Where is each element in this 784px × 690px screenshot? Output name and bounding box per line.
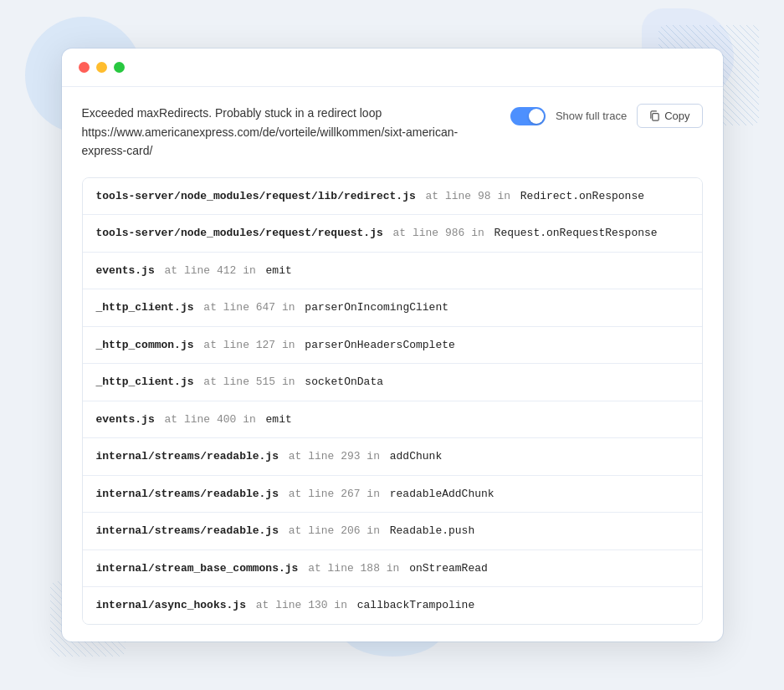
copy-icon xyxy=(649,110,660,121)
trace-function: emit xyxy=(259,263,292,279)
table-row: internal/streams/readable.js at line 293… xyxy=(83,438,702,476)
table-row: _http_client.js at line 647 in parserOnI… xyxy=(83,289,702,327)
minimize-button[interactable] xyxy=(96,62,107,73)
copy-button-label: Copy xyxy=(664,110,689,122)
show-full-trace-toggle[interactable] xyxy=(510,107,546,125)
error-text-line2: https://www.americanexpress.com/de/vorte… xyxy=(82,125,459,157)
trace-meta: at line 400 in xyxy=(158,411,256,428)
trace-file: _http_client.js xyxy=(96,374,194,391)
trace-function: Redirect.onResponse xyxy=(514,188,644,205)
trace-function: parserOnHeadersComplete xyxy=(299,337,455,354)
trace-file: internal/streams/readable.js xyxy=(96,523,279,539)
table-row: internal/streams/readable.js at line 267… xyxy=(83,476,702,514)
trace-meta: at line 515 in xyxy=(197,374,295,391)
trace-function: parserOnIncomingClient xyxy=(299,299,448,316)
title-bar xyxy=(62,49,723,87)
error-header: Exceeded maxRedirects. Probably stuck in… xyxy=(82,104,703,160)
trace-function: addChunk xyxy=(383,448,442,465)
table-row: events.js at line 400 in emit xyxy=(83,401,702,439)
trace-function: emit xyxy=(259,411,292,428)
trace-function: Request.onRequestResponse xyxy=(488,225,658,242)
trace-file: internal/async_hooks.js xyxy=(96,597,246,614)
error-text-line1: Exceeded maxRedirects. Probably stuck in… xyxy=(82,106,382,120)
trace-meta: at line 986 in xyxy=(387,225,484,242)
svg-rect-0 xyxy=(653,114,658,120)
traffic-lights xyxy=(79,62,125,73)
table-row: tools-server/node_modules/request/reques… xyxy=(83,215,702,253)
trace-file: tools-server/node_modules/request/lib/re… xyxy=(96,188,416,205)
trace-meta: at line 412 in xyxy=(158,263,256,279)
trace-file: events.js xyxy=(96,263,155,279)
trace-meta: at line 267 in xyxy=(282,486,380,503)
trace-function: onStreamRead xyxy=(402,560,487,577)
trace-file: internal/stream_base_commons.js xyxy=(96,560,299,577)
trace-function: Readable.push xyxy=(383,523,474,539)
trace-file: events.js xyxy=(96,411,155,428)
table-row: _http_client.js at line 515 in socketOnD… xyxy=(83,364,702,401)
table-row: _http_common.js at line 127 in parserOnH… xyxy=(83,327,702,365)
table-row: internal/async_hooks.js at line 130 in c… xyxy=(83,587,702,624)
trace-function: callbackTrampoline xyxy=(351,597,474,614)
close-button[interactable] xyxy=(79,62,90,73)
trace-meta: at line 130 in xyxy=(249,597,347,614)
trace-file: tools-server/node_modules/request/reques… xyxy=(96,225,383,242)
stack-trace: tools-server/node_modules/request/lib/re… xyxy=(82,177,703,625)
trace-file: internal/streams/readable.js xyxy=(96,486,279,503)
table-row: internal/stream_base_commons.js at line … xyxy=(83,550,702,588)
trace-function: socketOnData xyxy=(299,374,383,391)
trace-file: _http_client.js xyxy=(96,299,194,316)
trace-meta: at line 98 in xyxy=(419,188,510,205)
table-row: tools-server/node_modules/request/lib/re… xyxy=(83,178,702,216)
trace-meta: at line 188 in xyxy=(301,560,399,577)
table-row: events.js at line 412 in emit xyxy=(83,253,702,290)
content-area: Exceeded maxRedirects. Probably stuck in… xyxy=(62,87,723,641)
trace-file: internal/streams/readable.js xyxy=(96,448,279,465)
show-full-trace-label: Show full trace xyxy=(556,110,627,122)
error-message: Exceeded maxRedirects. Probably stuck in… xyxy=(82,104,497,160)
trace-meta: at line 206 in xyxy=(282,523,380,539)
app-window: Exceeded maxRedirects. Probably stuck in… xyxy=(62,49,723,641)
trace-meta: at line 127 in xyxy=(197,337,295,354)
error-controls: Show full trace Copy xyxy=(510,104,703,128)
trace-function: readableAddChunk xyxy=(383,486,494,503)
trace-file: _http_common.js xyxy=(96,337,194,354)
trace-meta: at line 647 in xyxy=(197,299,295,316)
table-row: internal/streams/readable.js at line 206… xyxy=(83,513,702,550)
copy-button[interactable]: Copy xyxy=(637,104,702,128)
maximize-button[interactable] xyxy=(114,62,125,73)
trace-meta: at line 293 in xyxy=(282,448,380,465)
